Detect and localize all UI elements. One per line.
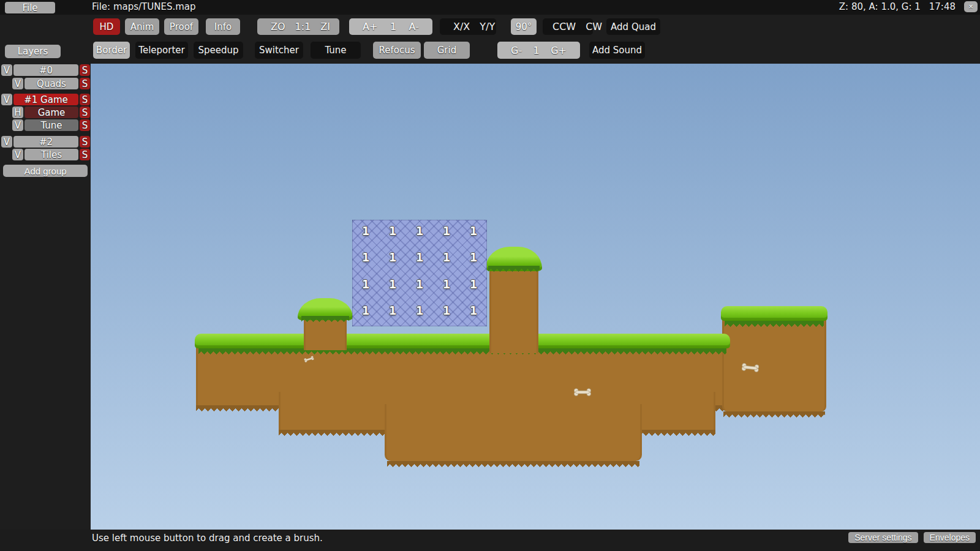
terrain-grass-edge	[198, 348, 726, 354]
flip-y-button[interactable]: Y/Y	[475, 21, 500, 32]
file-menu-button[interactable]: File	[5, 2, 55, 13]
proof-toggle-button[interactable]: Proof	[164, 18, 198, 35]
tooltip-hint: Use left mouse button to drag and create…	[92, 533, 323, 544]
tune-zone-number: 1	[470, 250, 477, 264]
zoom-reset-button[interactable]: 1:1	[290, 21, 316, 32]
layer-row-quads: V Quads S	[1, 78, 90, 89]
tune-zone-number: 1	[443, 303, 450, 318]
rotate-90-button[interactable]: 90°	[511, 18, 537, 35]
save-toggle[interactable]: S	[80, 78, 90, 89]
save-toggle[interactable]: S	[80, 136, 90, 148]
layer-label[interactable]: Quads	[24, 78, 78, 89]
terrain-grass-edge	[301, 316, 349, 322]
statusbar: Use left mouse button to drag and create…	[0, 530, 980, 551]
add-group-button[interactable]: Add group	[3, 165, 88, 177]
anim-speed-decrease-button[interactable]: A-	[404, 21, 424, 32]
grid-size-group: G- 1 G+	[497, 42, 580, 59]
grid-size-decrease-button[interactable]: G-	[506, 45, 527, 56]
layers-sidebar: Layers V #0 S V Quads S V #1 Game S H Ga…	[0, 15, 91, 530]
terrain-right-block-dirt	[722, 317, 826, 411]
visibility-toggle[interactable]: V	[12, 119, 23, 131]
refocus-button[interactable]: Refocus	[373, 42, 421, 59]
layers-panel-header[interactable]: Layers	[5, 45, 61, 58]
server-settings-button[interactable]: Server settings	[848, 532, 918, 543]
add-quad-button[interactable]: Add Quad	[606, 18, 660, 35]
visibility-toggle[interactable]: V	[1, 64, 12, 76]
group-label[interactable]: #2	[13, 136, 78, 148]
anim-speed-group: A+ 1 A-	[349, 18, 432, 35]
layer-label-hidden[interactable]: Game	[24, 107, 78, 118]
clock: 17:48	[929, 1, 956, 12]
window-title: File: maps/TUNES.map	[92, 1, 196, 12]
save-toggle[interactable]: S	[80, 94, 90, 105]
tune-zone-number: 1	[416, 303, 423, 318]
terrain-right-block-grass	[721, 306, 827, 321]
tune-zone-number: 1	[443, 250, 450, 264]
envelopes-button[interactable]: Envelopes	[924, 532, 976, 543]
zoom-anim-grid-readout: Z: 80, A: 1.0, G: 1	[839, 1, 921, 12]
group-label[interactable]: #0	[13, 64, 78, 76]
terrain-main-grass	[195, 334, 730, 348]
rotate-ccw-button[interactable]: CCW	[548, 21, 581, 32]
toolbar-row-2: Border Teleporter Speedup Switcher Tune …	[93, 42, 645, 59]
layer-row-tiles: V Tiles S	[1, 149, 90, 160]
tune-zone-number: 1	[389, 277, 396, 291]
save-toggle[interactable]: S	[80, 64, 90, 76]
terrain-dirt-deep	[385, 404, 642, 461]
info-toggle-button[interactable]: Info	[206, 18, 240, 35]
group-row-1-game: V #1 Game S	[1, 94, 90, 105]
zoom-out-button[interactable]: ZO	[266, 21, 290, 32]
teleporter-button[interactable]: Teleporter	[135, 42, 188, 59]
layer-label-active[interactable]: Tune	[24, 119, 78, 131]
group-row-2: V #2 S	[1, 136, 90, 148]
bone-icon	[573, 388, 592, 396]
close-icon[interactable]: ×	[964, 1, 978, 12]
toolbar-row-1: HD Anim Proof Info ZO 1:1 ZI A+ 1 A- X/X…	[93, 18, 660, 35]
layer-label[interactable]: Tiles	[24, 149, 78, 160]
tune-zone-number: 1	[416, 223, 423, 238]
tune-zone-number: 1	[470, 277, 477, 291]
tune-layer-overlay: 11111111111111111111	[352, 220, 487, 326]
tune-zone-number: 1	[443, 277, 450, 291]
save-toggle[interactable]: S	[80, 107, 90, 118]
titlebar: File File: maps/TUNES.map Z: 80, A: 1.0,…	[0, 0, 980, 15]
hidden-toggle[interactable]: H	[12, 107, 23, 118]
terrain-dirt-edge	[723, 411, 825, 418]
terrain-grass-edge	[488, 266, 540, 272]
tune-zone-number: 1	[416, 277, 423, 291]
visibility-toggle[interactable]: V	[12, 78, 23, 89]
tune-button[interactable]: Tune	[311, 42, 361, 59]
anim-speed-value: 1	[385, 21, 401, 32]
border-button[interactable]: Border	[93, 42, 130, 59]
tune-zone-number: 1	[362, 303, 369, 318]
rotate-cw-button[interactable]: CW	[581, 21, 607, 32]
tune-zone-number: 1	[389, 223, 396, 238]
save-toggle[interactable]: S	[80, 119, 90, 131]
group-label-selected[interactable]: #1 Game	[13, 94, 78, 105]
layer-row-tune: V Tune S	[1, 119, 90, 131]
grid-size-increase-button[interactable]: G+	[546, 45, 571, 56]
tune-zone-number: 1	[389, 303, 396, 318]
visibility-toggle[interactable]: V	[1, 136, 12, 148]
visibility-toggle[interactable]: V	[1, 94, 12, 105]
group-row-0: V #0 S	[1, 64, 90, 76]
hd-toggle-button[interactable]: HD	[93, 18, 120, 35]
zoom-in-button[interactable]: ZI	[315, 21, 335, 32]
anim-speed-increase-button[interactable]: A+	[358, 21, 382, 32]
save-toggle[interactable]: S	[80, 149, 90, 160]
grid-toggle-button[interactable]: Grid	[424, 42, 470, 59]
tune-zone-number: 1	[416, 250, 423, 264]
add-sound-button[interactable]: Add Sound	[589, 42, 645, 59]
map-canvas[interactable]: 11111111111111111111	[91, 64, 980, 530]
visibility-toggle[interactable]: V	[12, 149, 23, 160]
speedup-button[interactable]: Speedup	[194, 42, 243, 59]
terrain-dirt-edge	[387, 461, 639, 467]
tune-zone-number: 1	[389, 250, 396, 264]
switcher-button[interactable]: Switcher	[255, 42, 303, 59]
flip-x-button[interactable]: X/X	[448, 21, 475, 32]
tune-zone-number: 1	[362, 223, 369, 238]
tune-zone-number: 1	[362, 250, 369, 264]
rotate-group: CCW CW	[543, 18, 593, 35]
anim-toggle-button[interactable]: Anim	[125, 18, 159, 35]
layer-row-game: H Game S	[1, 107, 90, 118]
